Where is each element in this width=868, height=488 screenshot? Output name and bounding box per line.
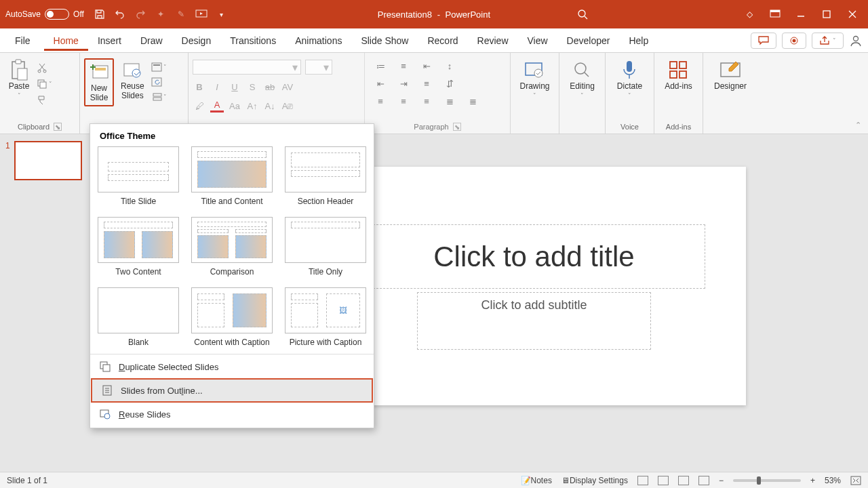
zoom-level[interactable]: 53% <box>825 476 841 485</box>
tab-transitions[interactable]: Transitions <box>220 30 285 51</box>
collapse-ribbon-icon[interactable]: ⌃ <box>855 121 861 129</box>
tab-file[interactable]: File <box>5 30 44 51</box>
spacing-button[interactable]: AV <box>281 80 294 94</box>
layout-title-only[interactable]: Title Only <box>283 217 368 277</box>
diamond-icon[interactable]: ◇ <box>743 8 755 20</box>
dictate-button[interactable]: Dictate˅ <box>613 58 646 101</box>
reset-button[interactable] <box>151 77 167 87</box>
display-settings-button[interactable]: 🖥Display Settings <box>561 476 628 485</box>
subtitle-placeholder[interactable]: Click to add subtitle <box>417 292 651 350</box>
tab-design[interactable]: Design <box>172 30 221 51</box>
reuse-slides-button[interactable]: Reuse Slides <box>117 58 149 102</box>
title-placeholder[interactable]: Click to add title <box>363 224 705 289</box>
layout-title-content[interactable]: Title and Content <box>189 146 275 206</box>
paste-button[interactable]: Paste ˅ <box>4 58 34 101</box>
qat-icon-1[interactable]: ✦ <box>155 8 167 20</box>
account-icon[interactable] <box>849 34 863 47</box>
sorter-view-button[interactable] <box>658 476 669 485</box>
font-color-button[interactable]: A <box>210 99 224 113</box>
fit-to-window-button[interactable] <box>850 476 861 485</box>
zoom-slider[interactable] <box>733 479 801 482</box>
align-right-button[interactable]: ≡ <box>420 95 433 107</box>
tab-record[interactable]: Record <box>418 30 467 51</box>
slide-thumbnail[interactable] <box>14 141 82 180</box>
font-size-combo[interactable]: ▾ <box>305 60 332 75</box>
line-spacing-button[interactable]: ↕ <box>443 60 456 72</box>
slide-canvas[interactable]: Click to add title Click to add subtitle <box>322 167 746 405</box>
bullets-button[interactable]: ≔ <box>374 60 387 72</box>
slideshow-view-button[interactable] <box>698 476 709 485</box>
designer-button[interactable]: Designer <box>710 58 751 92</box>
cut-button[interactable] <box>37 62 52 73</box>
qat-icon-2[interactable]: ✎ <box>175 8 187 20</box>
shadow-button[interactable]: S <box>245 80 259 94</box>
reading-view-button[interactable] <box>678 476 689 485</box>
undo-icon[interactable] <box>114 8 126 20</box>
tab-home[interactable]: Home <box>44 30 88 51</box>
tab-view[interactable]: View <box>518 30 557 51</box>
layout-section-header[interactable]: Section Header <box>283 146 368 206</box>
underline-button[interactable]: U <box>228 80 241 94</box>
comments-button[interactable] <box>751 33 776 49</box>
new-slide-button[interactable]: New Slide <box>84 58 114 106</box>
share-button[interactable]: ˅ <box>812 33 844 49</box>
save-icon[interactable] <box>94 8 106 20</box>
layout-button[interactable]: ˅ <box>151 62 167 72</box>
tab-help[interactable]: Help <box>619 30 658 51</box>
tab-insert[interactable]: Insert <box>88 30 131 51</box>
align-center-button[interactable]: ≡ <box>397 95 410 107</box>
editing-button[interactable]: Editing˅ <box>566 58 599 101</box>
dec-indent-button[interactable]: ⇤ <box>374 77 387 89</box>
italic-button[interactable]: I <box>210 80 224 94</box>
redo-icon[interactable] <box>134 8 146 20</box>
font-family-combo[interactable]: ▾ <box>193 60 301 75</box>
section-button[interactable]: ˅ <box>151 92 167 102</box>
layout-two-content[interactable]: Two Content <box>96 217 181 277</box>
maximize-icon[interactable] <box>821 8 833 20</box>
duplicate-slides-item[interactable]: DDuplicate Selected Slidesuplicate Selec… <box>90 356 374 378</box>
numbering-button[interactable]: ≡ <box>397 60 410 72</box>
layout-content-caption[interactable]: Content with Caption <box>189 287 275 347</box>
reuse-slides-item[interactable]: Reuse Slides <box>90 403 374 425</box>
clipboard-dialog-launcher[interactable]: ⬊ <box>54 123 62 131</box>
slides-from-outline-item[interactable]: Slides from Outline... <box>91 378 373 403</box>
layout-title-slide[interactable]: Title Slide <box>96 146 181 206</box>
inc-indent-button[interactable]: ⇥ <box>397 77 410 89</box>
record-button[interactable] <box>782 33 806 49</box>
search-icon[interactable] <box>577 9 588 20</box>
strike-button[interactable]: ab <box>263 80 277 94</box>
tab-developer[interactable]: Developer <box>557 30 620 51</box>
list-indent-button[interactable]: ⇤ <box>420 60 433 72</box>
zoom-in-button[interactable]: + <box>810 476 815 485</box>
align-left-button[interactable]: ≡ <box>374 95 387 107</box>
notes-button[interactable]: 📝Notes <box>521 476 552 485</box>
grow-font-button[interactable]: A↑ <box>245 99 259 113</box>
tab-draw[interactable]: Draw <box>131 30 172 51</box>
zoom-out-button[interactable]: − <box>719 476 724 485</box>
layout-blank[interactable]: Blank <box>96 287 181 347</box>
addins-button[interactable]: Add-ins <box>660 58 696 92</box>
qat-more-icon[interactable]: ▾ <box>216 8 228 20</box>
clear-format-button[interactable]: A⎚ <box>281 99 294 113</box>
justify-button[interactable]: ≣ <box>443 95 456 107</box>
tab-slideshow[interactable]: Slide Show <box>351 30 418 51</box>
present-icon[interactable] <box>195 8 208 20</box>
tab-animations[interactable]: Animations <box>285 30 351 51</box>
layout-picture-caption[interactable]: 🖼Picture with Caption <box>283 287 368 347</box>
text-direction-button[interactable]: ⇵ <box>443 77 456 89</box>
close-icon[interactable] <box>846 8 859 20</box>
tab-review[interactable]: Review <box>468 30 518 51</box>
paragraph-dialog-launcher[interactable]: ⬊ <box>453 123 461 131</box>
format-painter-button[interactable] <box>37 95 52 106</box>
change-case-button[interactable]: Aa <box>228 99 241 113</box>
autosave-toggle[interactable] <box>45 9 69 20</box>
drawing-button[interactable]: Drawing˅ <box>515 58 553 101</box>
bold-button[interactable]: B <box>193 80 206 94</box>
copy-button[interactable]: ˅ <box>37 79 52 89</box>
layout-comparison[interactable]: Comparison <box>189 217 275 277</box>
shrink-font-button[interactable]: A↓ <box>263 99 277 113</box>
ribbon-display-icon[interactable] <box>769 8 781 20</box>
minimize-icon[interactable] <box>795 8 807 20</box>
normal-view-button[interactable] <box>637 476 648 485</box>
highlight-button[interactable]: 🖊 <box>193 99 206 113</box>
